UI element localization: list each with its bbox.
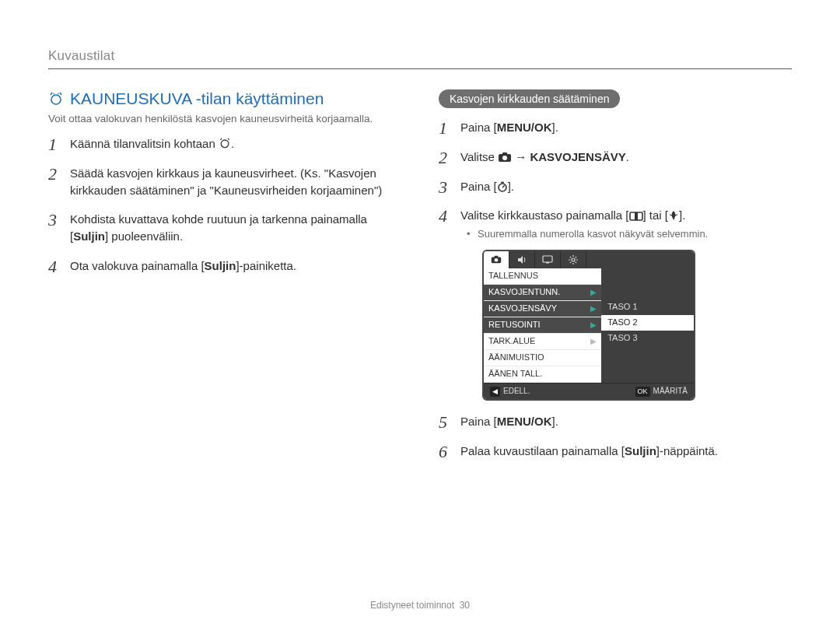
svg-line-6 (502, 185, 505, 187)
svg-point-15 (572, 258, 575, 261)
cam-tab-camera-icon (484, 251, 509, 268)
left-step-2: Säädä kasvojen kirkkaus ja kauneusvirhee… (48, 165, 401, 199)
right-step-1: Paina [MENU/OK]. (439, 119, 792, 136)
step-text: ]. (552, 415, 558, 428)
back-key-icon: ◀ (490, 387, 500, 397)
footer-page-number: 30 (460, 600, 470, 611)
svg-point-4 (502, 156, 507, 160)
step-note: Suuremmalla numerolla kasvot näkyvät sel… (460, 227, 792, 242)
back-label: EDELL. (503, 387, 530, 395)
step-text: ]. (552, 121, 558, 134)
beauty-mode-icon (219, 137, 231, 149)
camera-menu-footer: ◀EDELL. OKMÄÄRITÄ (484, 383, 694, 399)
right-step-3: Paina []. (439, 178, 792, 195)
svg-rect-3 (502, 152, 507, 155)
step-text: ]. (508, 180, 514, 193)
shutter-label: Suljin (73, 229, 105, 243)
menu-ok-label: MENU/OK (497, 415, 552, 428)
svg-rect-11 (495, 256, 499, 257)
step-text: Paina [ (460, 180, 497, 193)
camera-icon (498, 152, 512, 163)
page-heading: KAUNEUSKUVA -tilan käyttäminen (48, 89, 401, 108)
display-icon (629, 212, 643, 221)
chevron-right-icon: ▶ (590, 320, 597, 331)
chevron-right-icon: ▶ (590, 336, 597, 348)
left-step-3: Kohdista kuvattava kohde ruutuun ja tark… (48, 211, 401, 245)
camera-menu-screenshot: TALLENNUS KASVOJENTUNN.▶ KASVOJENSÄVY▶ R… (482, 250, 695, 401)
cam-menu-label: TARK.ALUE (488, 335, 535, 348)
step-text: Käännä tilanvalitsin kohtaan (70, 137, 219, 150)
cam-menu-label: KASVOJENTUNN. (488, 286, 560, 299)
cam-menu-item: TALLENNUS (484, 268, 601, 285)
right-step-4: Valitse kirkkaustaso painamalla [] tai [… (439, 207, 792, 401)
subsection-pill: Kasvojen kirkkauden säätäminen (439, 89, 620, 108)
right-step-6: Palaa kuvaustilaan painamalla [Suljin]-n… (439, 443, 792, 460)
cam-menu-label: ÄÄNIMUISTIO (488, 352, 544, 364)
step-text: Säädä kasvojen kirkkaus ja kauneusvirhee… (70, 166, 382, 197)
menu-ok-label: MENU/OK (497, 121, 552, 134)
cam-tab-settings-icon (561, 251, 586, 268)
right-step-5: Paina [MENU/OK]. (439, 413, 792, 430)
step-text: Paina [ (460, 415, 497, 428)
face-tone-label: KASVOJENSÄVY (530, 150, 625, 163)
ok-key-icon: OK (635, 387, 650, 397)
shutter-label: Suljin (205, 259, 236, 272)
step-text: → (512, 150, 530, 163)
step-text: . (626, 150, 629, 163)
two-column-layout: KAUNEUSKUVA -tilan käyttäminen Voit otta… (48, 89, 792, 471)
cam-level-item: TASO 1 (601, 299, 694, 315)
chevron-right-icon: ▶ (590, 303, 597, 315)
cam-menu-label: RETUSOINTI (488, 319, 541, 331)
cam-menu-label: KASVOJENSÄVY (488, 303, 557, 315)
right-step-2: Valitse → KASVOJENSÄVY. (439, 149, 792, 166)
left-step-1: Käännä tilanvalitsin kohtaan . (48, 135, 401, 152)
cam-menu-item: ÄÄNEN TALL. (484, 366, 601, 383)
left-step-list: Käännä tilanvalitsin kohtaan . Säädä kas… (48, 135, 401, 275)
set-label: MÄÄRITÄ (653, 387, 688, 395)
step-text: ] puoleenväliin. (105, 229, 183, 243)
cam-menu-item: KASVOJENTUNN.▶ (484, 285, 601, 301)
camera-menu-right-list: TASO 1 TASO 2 TASO 3 (601, 268, 694, 383)
step-text: Valitse kirkkaustaso painamalla [ (460, 208, 629, 222)
step-text: Valitse (460, 150, 498, 163)
cam-level-item: TASO 3 (601, 331, 694, 346)
shutter-label: Suljin (625, 444, 656, 457)
page-footer: Edistyneet toiminnot 30 (0, 600, 840, 611)
cam-level-item-selected: TASO 2 (601, 315, 694, 331)
cam-menu-item: ÄÄNIMUISTIO (484, 350, 601, 366)
left-column: KAUNEUSKUVA -tilan käyttäminen Voit otta… (48, 89, 401, 471)
svg-point-12 (495, 258, 499, 262)
svg-rect-13 (543, 256, 552, 262)
right-column: Kasvojen kirkkauden säätäminen Paina [ME… (439, 89, 792, 471)
cam-menu-item: TARK.ALUE▶ (484, 334, 601, 350)
cam-menu-label: TALLENNUS (488, 270, 538, 282)
cam-menu-item: RETUSOINTI▶ (484, 317, 601, 334)
cam-tab-display-icon (535, 251, 561, 268)
heading-text: KAUNEUSKUVA -tilan käyttäminen (70, 89, 324, 108)
macro-icon (668, 210, 679, 221)
camera-menu-left-list: TALLENNUS KASVOJENTUNN.▶ KASVOJENSÄVY▶ R… (484, 268, 601, 383)
cam-menu-item: KASVOJENSÄVY▶ (484, 301, 601, 317)
beauty-mode-icon (48, 91, 64, 107)
timer-icon (497, 181, 508, 192)
step-text: . (231, 137, 234, 150)
step-text: ]. (679, 208, 685, 222)
right-step-list: Paina [MENU/OK]. Valitse → KASVOJENSÄVY.… (439, 119, 792, 459)
chevron-right-icon: ▶ (590, 287, 597, 299)
cam-tab-sound-icon (509, 251, 535, 268)
step-text: ]-painiketta. (236, 259, 296, 272)
step-text: Palaa kuvaustilaan painamalla [ (460, 444, 625, 457)
svg-point-1 (221, 140, 229, 148)
cam-menu-label: ÄÄNEN TALL. (488, 368, 542, 380)
left-step-4: Ota valokuva painamalla [Suljin]-painike… (48, 257, 401, 275)
svg-rect-14 (546, 262, 549, 264)
footer-label: Edistyneet toiminnot (370, 600, 454, 611)
svg-rect-9 (635, 212, 638, 220)
svg-point-0 (51, 95, 61, 104)
section-label: Kuvaustilat (48, 48, 792, 69)
camera-menu-tabs (484, 251, 694, 268)
step-text: ]-näppäintä. (656, 444, 718, 457)
step-text: ] tai [ (643, 208, 669, 222)
intro-text: Voit ottaa valokuvan henkilöstä kasvojen… (48, 113, 401, 124)
step-text: Paina [ (460, 121, 497, 134)
